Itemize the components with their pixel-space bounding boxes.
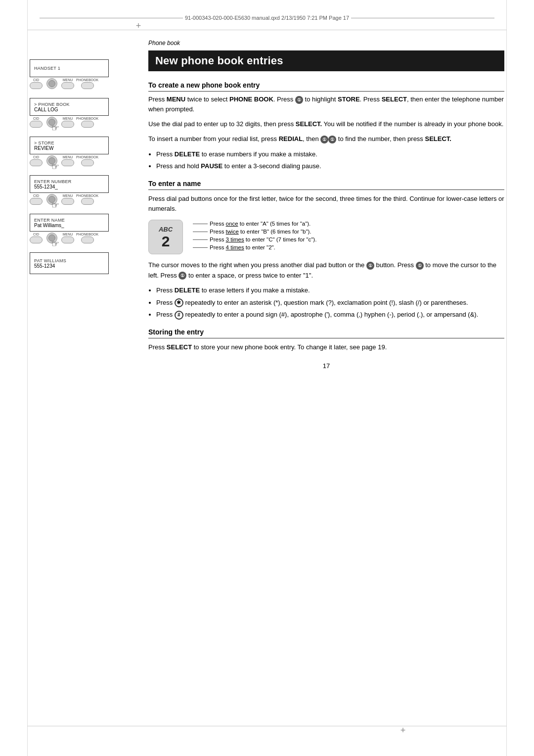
name-bullet-2: Press ✱ repeatedly to enter an asterisk …	[156, 298, 504, 308]
screen-value-4: 555-1234_	[34, 184, 104, 189]
btn-menu-pill-2[interactable]: MENU	[61, 117, 74, 128]
abc-line-text-4: Press 4 times to enter "2".	[210, 244, 275, 250]
section-create-heading: To create a new phone book entry	[148, 81, 504, 92]
btn-phonebook-oval-4[interactable]	[81, 198, 94, 205]
btn-phonebook-oval-2[interactable]	[81, 121, 94, 128]
btn-menu-container-2: ☞	[44, 117, 59, 128]
screen-label-4: ENTER NUMBER	[34, 179, 104, 184]
section-create-heading-text: To create a new phone book entry	[148, 81, 260, 89]
btn-cid-oval-5[interactable]	[30, 236, 43, 243]
screen-value-5: Pat Williams_	[34, 223, 104, 228]
btn-menu-label-5: MENU	[63, 233, 73, 236]
device-diagram-5: ENTER NAME Pat Williams_ CID ☞ MENU PHON…	[30, 214, 138, 243]
screen-label-6: Pat Williams	[34, 258, 104, 263]
btn-menu-oval-1[interactable]	[61, 82, 74, 89]
btn-phonebook-4[interactable]: PHONEBOOK	[76, 194, 98, 205]
screen-label-1: HANDSET 1	[34, 66, 104, 71]
screen-box-2: > PHONE BOOK CALL LOG	[30, 98, 109, 116]
btn-phonebook-oval-3[interactable]	[81, 159, 94, 166]
screen-box-3: > STORE REVIEW	[30, 137, 109, 154]
btn-cid-5[interactable]: CID	[30, 233, 43, 243]
btn-menu-label-1: MENU	[63, 78, 73, 82]
btn-menu-container-5: ☞	[44, 233, 59, 243]
device-diagram-2: > PHONE BOOK CALL LOG CID ☞ MENU PHONEBO…	[30, 98, 138, 128]
hand-icon-3: ☞	[51, 161, 59, 172]
hand-icon-5: ☞	[51, 238, 59, 249]
header-line-left	[40, 18, 183, 18]
button-row-1: CID MENU PHONEBOOK	[30, 78, 109, 89]
page-number: 17	[148, 362, 504, 370]
abc-line-1: Press once to enter "A" (5 times for "a"…	[193, 221, 316, 227]
divider-line-bottom	[27, 726, 507, 726]
button-row-3: CID ☞ MENU PHONEBOOK	[30, 155, 109, 166]
btn-cid-oval-4[interactable]	[30, 198, 43, 205]
btn-cid-label-4: CID	[33, 194, 39, 197]
screen-box-1: HANDSET 1	[30, 59, 109, 77]
btn-phonebook-label-2: PHONEBOOK	[76, 117, 98, 120]
device-diagram-1: HANDSET 1 CID MENU PHONEBOOK	[30, 59, 138, 89]
btn-menu-oval-2[interactable]	[61, 121, 74, 128]
btn-cid-3[interactable]: CID	[30, 155, 43, 166]
abc-line-text-2: Press twice to enter "B" (6 times for "b…	[210, 229, 312, 235]
btn-cid-4[interactable]: CID	[30, 194, 43, 205]
abc-line-3: Press 3 times to enter "C" (7 times for …	[193, 236, 316, 242]
button-row-2: CID ☞ MENU PHONEBOOK	[30, 117, 109, 128]
device-diagram-3: > STORE REVIEW CID ☞ MENU PHONEBOOK	[30, 137, 138, 166]
btn-phonebook-label-3: PHONEBOOK	[76, 155, 98, 159]
abc-key-label: ABC	[159, 226, 173, 233]
circle-btn-4: ①	[366, 262, 374, 270]
btn-cid-2[interactable]: CID	[30, 117, 43, 128]
margin-line-right	[506, 0, 507, 756]
btn-phonebook-5[interactable]: PHONEBOOK	[76, 233, 98, 243]
hand-icon-4: ☞	[51, 200, 59, 211]
btn-menu-label-2: MENU	[63, 117, 73, 120]
name-bullet-1: Press DELETE to erase letters if you mak…	[156, 285, 504, 296]
btn-phonebook-1[interactable]: PHONEBOOK	[76, 78, 98, 89]
btn-menu-oval-4[interactable]	[61, 198, 74, 205]
btn-menu-1[interactable]	[46, 78, 57, 89]
btn-cid-label-2: CID	[33, 117, 39, 120]
btn-cid-1[interactable]: CID	[30, 78, 43, 89]
line-dash-2	[193, 232, 208, 232]
screen-box-4: ENTER NUMBER 555-1234_	[30, 175, 109, 193]
btn-phonebook-oval-1[interactable]	[81, 82, 94, 89]
create-bullet-2: Press and hold PAUSE to enter a 3-second…	[156, 161, 504, 172]
btn-phonebook-2[interactable]: PHONEBOOK	[76, 117, 98, 128]
star-btn: ✱	[175, 298, 183, 307]
abc-lines: Press once to enter "A" (5 times for "a"…	[193, 220, 316, 250]
margin-line-left	[27, 0, 28, 756]
btn-menu-oval-5[interactable]	[61, 236, 74, 243]
btn-cid-oval-2[interactable]	[30, 121, 43, 128]
header-line-right	[351, 18, 494, 18]
storing-para: Press SELECT to store your new phone boo…	[148, 342, 504, 352]
device-diagram-4: ENTER NUMBER 555-1234_ CID ☞ MENU PHONEB…	[30, 175, 138, 205]
page-category: Phone book	[148, 40, 504, 47]
btn-cid-label-3: CID	[33, 155, 39, 159]
crosshair-top-center: +	[134, 21, 143, 31]
btn-phonebook-oval-5[interactable]	[81, 236, 94, 243]
btn-cid-oval-1[interactable]	[30, 82, 43, 89]
btn-cid-label-1: CID	[33, 78, 39, 82]
btn-phonebook-label-4: PHONEBOOK	[76, 194, 98, 197]
btn-menu-pill-3[interactable]: MENU	[61, 155, 74, 166]
circle-btn-2: ①	[320, 136, 328, 143]
abc-diagram: ABC 2 Press once to enter "A" (5 times f…	[148, 220, 504, 254]
screen-value-6: 555-1234	[34, 263, 104, 269]
btn-menu-pill-5[interactable]: MENU	[61, 233, 74, 243]
left-column: HANDSET 1 CID MENU PHONEBOOK > PHONE BOO…	[30, 59, 138, 284]
name-para1: Press dial pad buttons once for the firs…	[148, 194, 504, 214]
create-bullets: Press DELETE to erase numbers if you mak…	[156, 149, 504, 172]
button-row-4: CID ☞ MENU PHONEBOOK	[30, 194, 109, 205]
circle-btn-5: ①	[416, 262, 424, 270]
page-header: 91-000343-020-000-E5630 manual.qxd 2/13/…	[40, 15, 494, 21]
btn-cid-oval-3[interactable]	[30, 159, 43, 166]
btn-menu-pill-1[interactable]: MENU	[61, 78, 74, 89]
btn-menu-oval-3[interactable]	[61, 159, 74, 166]
divider-line-top	[27, 30, 507, 30]
section-storing-heading-text: Storing the entry	[148, 328, 204, 336]
btn-menu-pill-4[interactable]: MENU	[61, 194, 74, 205]
line-dash-1	[193, 224, 208, 224]
btn-phonebook-3[interactable]: PHONEBOOK	[76, 155, 98, 166]
create-para2: Use the dial pad to enter up to 32 digit…	[148, 119, 504, 129]
abc-key: ABC 2	[148, 220, 183, 254]
